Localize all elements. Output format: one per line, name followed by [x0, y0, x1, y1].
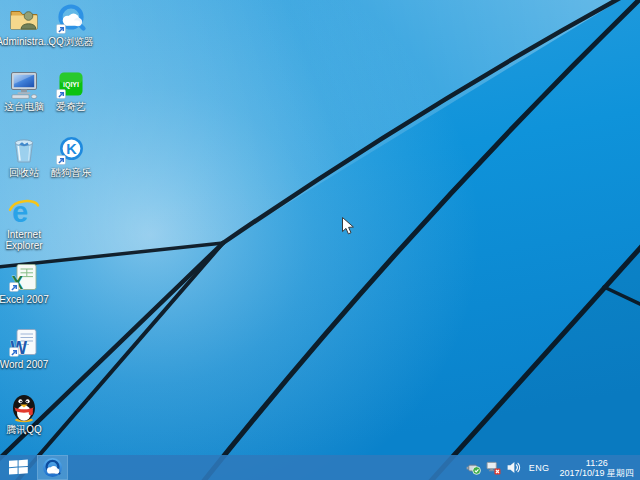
- taskbar-button-qq-browser[interactable]: [37, 455, 68, 480]
- qq-penguin-icon: [8, 391, 40, 423]
- desktop-icon-internet-explorer[interactable]: e Internet Explorer: [0, 196, 56, 251]
- iqiyi-icon: iQIYI: [55, 68, 87, 100]
- internet-explorer-icon: e: [8, 196, 40, 228]
- shortcut-arrow-overlay: [10, 348, 19, 357]
- desktop-icon-tencent-qq[interactable]: 腾讯QQ: [0, 391, 56, 435]
- qq-browser-icon: [42, 457, 63, 478]
- desktop-icon-kugou-music[interactable]: K 酷狗音乐: [39, 134, 103, 178]
- svg-text:iQIYI: iQIYI: [63, 81, 79, 89]
- volume-icon[interactable]: [506, 455, 521, 480]
- clock-time: 11:26: [559, 458, 634, 468]
- system-tray: ENG 11:26 2017/10/19 星期四: [466, 455, 640, 480]
- desktop-icon-iqiyi[interactable]: iQIYI 爱奇艺: [39, 68, 103, 112]
- shortcut-arrow-overlay: [10, 283, 19, 292]
- shortcut-arrow-overlay: [57, 90, 66, 99]
- recycle-bin-icon: [8, 134, 40, 166]
- word-icon: W: [8, 326, 40, 358]
- excel-icon: X: [8, 261, 40, 293]
- icon-label: 酷狗音乐: [51, 167, 91, 178]
- network-disconnected-icon[interactable]: [486, 455, 501, 480]
- taskbar: ENG 11:26 2017/10/19 星期四: [0, 455, 640, 480]
- desktop-icon-excel-2007[interactable]: X Excel 2007: [0, 261, 56, 305]
- icon-label: 腾讯QQ: [6, 424, 42, 435]
- shortcut-arrow-overlay: [57, 156, 66, 165]
- desktop: Administra... QQ浏览器: [0, 0, 640, 480]
- shortcut-arrow-overlay: [57, 25, 66, 34]
- clock-date: 2017/10/19 星期四: [559, 468, 634, 478]
- desktop-icon-word-2007[interactable]: W Word 2007: [0, 326, 56, 370]
- icon-label: Excel 2007: [0, 294, 49, 305]
- icon-label: QQ浏览器: [48, 36, 94, 47]
- taskbar-clock[interactable]: 11:26 2017/10/19 星期四: [557, 458, 636, 478]
- mouse-cursor: [341, 216, 355, 236]
- qq-browser-icon: [55, 3, 87, 35]
- language-indicator[interactable]: ENG: [526, 463, 553, 473]
- desktop-icon-qq-browser[interactable]: QQ浏览器: [39, 3, 103, 47]
- start-button[interactable]: [0, 455, 37, 480]
- icon-label: Word 2007: [0, 359, 48, 370]
- computer-icon: [8, 68, 40, 100]
- svg-text:K: K: [66, 141, 77, 157]
- user-folder-icon: [8, 3, 40, 35]
- kugou-music-icon: K: [55, 134, 87, 166]
- icon-label: 爱奇艺: [56, 101, 86, 112]
- icon-label: 这台电脑: [4, 101, 44, 112]
- icon-label: Internet Explorer: [0, 229, 56, 251]
- windows-logo-icon: [9, 459, 28, 476]
- icon-label: 回收站: [9, 167, 39, 178]
- usb-safely-remove-icon[interactable]: [466, 455, 481, 480]
